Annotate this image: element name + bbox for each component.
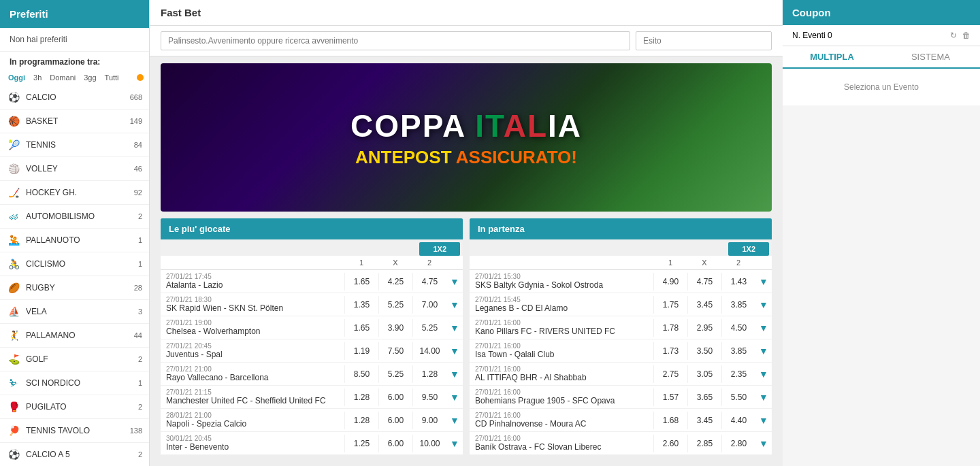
expand-arrow[interactable]: ▼ <box>446 438 463 449</box>
fast-bet-header: Fast Bet <box>150 0 783 26</box>
sidebar-sport-item[interactable]: ⛷ SCI NORDICO 1 <box>0 371 149 395</box>
odd-2[interactable]: 9.00 <box>412 412 446 429</box>
odd-x[interactable]: 4.75 <box>687 273 721 290</box>
sidebar-sport-item[interactable]: 🏒 HOCKEY GH. 92 <box>0 181 149 205</box>
odd-2[interactable]: 3.85 <box>721 296 755 314</box>
odd-x[interactable]: 3.90 <box>378 319 412 337</box>
odd-1[interactable]: 1.65 <box>344 273 378 290</box>
odd-1[interactable]: 1.75 <box>653 296 687 314</box>
left-odds-subheader: 1 X 2 <box>161 256 463 270</box>
odd-2[interactable]: 2.80 <box>721 435 755 452</box>
odd-x[interactable]: 3.65 <box>687 388 721 406</box>
odd-1[interactable]: 1.68 <box>653 412 687 429</box>
sidebar-sport-item[interactable]: 🚴 CICLISMO 1 <box>0 252 149 276</box>
filter-oggi[interactable]: Oggi <box>5 72 28 83</box>
odd-2[interactable]: 2.35 <box>721 365 755 383</box>
odd-1[interactable]: 1.25 <box>344 435 378 452</box>
odd-2[interactable]: 5.25 <box>412 319 446 337</box>
sidebar-sport-item[interactable]: 🥊 PUGILATO 2 <box>0 395 149 419</box>
expand-arrow[interactable]: ▼ <box>446 392 463 403</box>
odd-1[interactable]: 4.90 <box>653 273 687 290</box>
expand-arrow[interactable]: ▼ <box>755 415 772 426</box>
expand-arrow[interactable]: ▼ <box>446 415 463 426</box>
fast-bet-search-input[interactable] <box>161 31 630 50</box>
odd-1[interactable]: 1.73 <box>653 342 687 360</box>
expand-arrow[interactable]: ▼ <box>755 346 772 356</box>
odd-1[interactable]: 1.28 <box>344 388 378 406</box>
coupon-title: Coupon <box>783 0 980 25</box>
sidebar-sport-item[interactable]: 🎾 TENNIS 84 <box>0 133 149 157</box>
expand-arrow[interactable]: ▼ <box>446 299 463 310</box>
fast-bet-esito-input[interactable] <box>636 31 772 50</box>
expand-arrow[interactable]: ▼ <box>446 369 463 380</box>
coupon-tab-sistema[interactable]: SISTEMA <box>881 46 980 67</box>
odd-1[interactable]: 1.57 <box>653 388 687 406</box>
expand-arrow[interactable]: ▼ <box>755 276 772 287</box>
odd-1[interactable]: 1.78 <box>653 319 687 337</box>
expand-arrow[interactable]: ▼ <box>755 369 772 380</box>
odd-2[interactable]: 7.00 <box>412 296 446 314</box>
odd-2[interactable]: 10.00 <box>412 435 446 452</box>
expand-arrow[interactable]: ▼ <box>755 299 772 310</box>
odd-x[interactable]: 3.50 <box>687 342 721 360</box>
odd-2[interactable]: 9.50 <box>412 388 446 406</box>
sidebar-sport-item[interactable]: 🏀 BASKET 149 <box>0 110 149 133</box>
right-col1-head: 1 <box>653 256 687 269</box>
filter-3gg[interactable]: 3gg <box>81 72 99 83</box>
odd-1[interactable]: 8.50 <box>344 365 378 383</box>
odd-x[interactable]: 7.50 <box>378 342 412 360</box>
filter-3h[interactable]: 3h <box>31 72 44 83</box>
odd-x[interactable]: 5.25 <box>378 296 412 314</box>
odd-x[interactable]: 6.00 <box>378 435 412 452</box>
filter-domani[interactable]: Domani <box>47 72 78 83</box>
sidebar-sport-item[interactable]: 🏓 TENNIS TAVOLO 138 <box>0 419 149 443</box>
sidebar-sport-item[interactable]: ⛳ GOLF 2 <box>0 348 149 371</box>
odd-x[interactable]: 5.25 <box>378 365 412 383</box>
odd-x[interactable]: 6.00 <box>378 412 412 429</box>
table-row: 27/01/21 20:45 Juventus - Spal 1.19 7.50… <box>161 339 463 363</box>
odd-1[interactable]: 1.65 <box>344 319 378 337</box>
sidebar-sport-item[interactable]: 🤾 PALLAMANO 44 <box>0 324 149 348</box>
odd-1[interactable]: 1.28 <box>344 412 378 429</box>
odd-x[interactable]: 2.85 <box>687 435 721 452</box>
odd-2[interactable]: 4.50 <box>721 319 755 337</box>
coupon-refresh-icon[interactable]: ↻ <box>950 31 957 40</box>
odd-2[interactable]: 1.28 <box>412 365 446 383</box>
sidebar-sport-item[interactable]: ⚽ CALCIO A 5 2 <box>0 443 149 466</box>
match-info: 28/01/21 21:00 Napoli - Spezia Calcio <box>161 409 344 431</box>
odd-2[interactable]: 3.85 <box>721 342 755 360</box>
sidebar-sport-item[interactable]: 🏉 RUGBY 28 <box>0 276 149 300</box>
odd-2[interactable]: 4.75 <box>412 273 446 290</box>
sidebar-sport-item[interactable]: ⚽ CALCIO 668 <box>0 86 149 110</box>
filter-tutti[interactable]: Tutti <box>102 72 122 83</box>
odd-2[interactable]: 4.40 <box>721 412 755 429</box>
sidebar-sport-item[interactable]: 🏐 VOLLEY 46 <box>0 157 149 181</box>
expand-arrow[interactable]: ▼ <box>755 392 772 403</box>
odd-x[interactable]: 6.00 <box>378 388 412 406</box>
odd-2[interactable]: 1.43 <box>721 273 755 290</box>
odd-x[interactable]: 3.45 <box>687 296 721 314</box>
odd-x[interactable]: 3.05 <box>687 365 721 383</box>
expand-arrow[interactable]: ▼ <box>755 438 772 449</box>
sidebar-sport-item[interactable]: 🤽 PALLANUOTO 1 <box>0 229 149 252</box>
odd-2[interactable]: 14.00 <box>412 342 446 360</box>
table-row: 30/01/21 20:45 Inter - Benevento 1.25 6.… <box>161 432 463 455</box>
expand-arrow[interactable]: ▼ <box>755 322 772 333</box>
right-1x2-badge: 1X2 <box>728 242 769 256</box>
coupon-delete-icon[interactable]: 🗑 <box>962 31 970 40</box>
expand-arrow[interactable]: ▼ <box>446 346 463 356</box>
odd-1[interactable]: 1.19 <box>344 342 378 360</box>
expand-arrow[interactable]: ▼ <box>446 322 463 333</box>
sidebar-sport-item[interactable]: 🏎 AUTOMOBILISMO 2 <box>0 205 149 229</box>
odd-2[interactable]: 5.50 <box>721 388 755 406</box>
odd-1[interactable]: 2.75 <box>653 365 687 383</box>
odd-1[interactable]: 2.60 <box>653 435 687 452</box>
odd-x[interactable]: 2.95 <box>687 319 721 337</box>
odd-x[interactable]: 4.25 <box>378 273 412 290</box>
coupon-tab-multipla[interactable]: MULTIPLA <box>783 46 881 67</box>
odd-x[interactable]: 3.45 <box>687 412 721 429</box>
sidebar-sport-item[interactable]: ⛵ VELA 3 <box>0 300 149 324</box>
odd-1[interactable]: 1.35 <box>344 296 378 314</box>
expand-arrow[interactable]: ▼ <box>446 276 463 287</box>
match-date: 27/01/21 16:00 <box>475 365 648 373</box>
